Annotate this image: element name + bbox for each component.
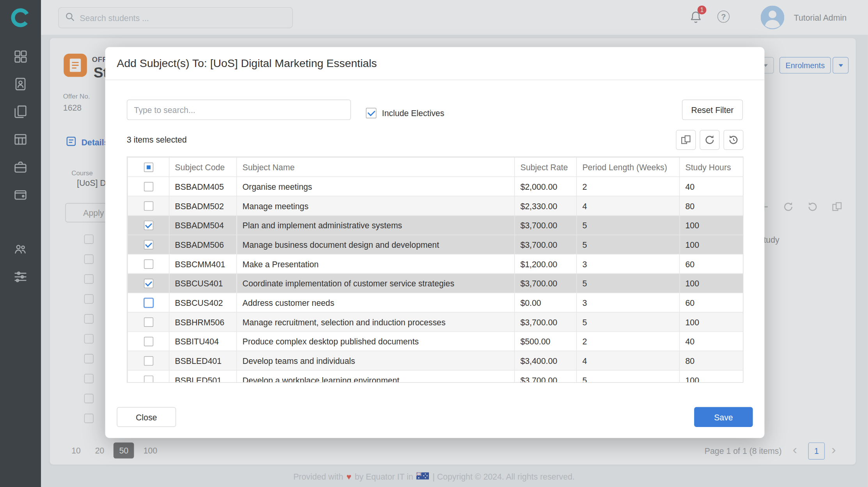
subject-name-cell: Manage meetings: [237, 196, 515, 215]
column-header-subject-code[interactable]: Subject Code: [169, 157, 237, 177]
period-length-cell: 4: [577, 196, 680, 215]
subject-name-cell: Organise meetings: [237, 177, 515, 196]
column-header-subject-rate[interactable]: Subject Rate: [515, 157, 577, 177]
subject-name-cell: Produce complex desktop published docume…: [237, 332, 515, 351]
add-subjects-modal: Add Subject(s) To: [UoS] Digital Marketi…: [105, 47, 765, 438]
subjects-table: Subject Code Subject Name Subject Rate P…: [127, 157, 743, 383]
subject-rate-cell: $500.00: [515, 332, 577, 351]
row-checkbox[interactable]: [143, 221, 153, 230]
subject-name-cell: Coordinate implementation of customer se…: [237, 273, 515, 293]
refresh-button[interactable]: [700, 130, 719, 150]
table-row[interactable]: BSBLED401Develop teams and individuals$3…: [128, 351, 743, 371]
row-checkbox[interactable]: [143, 240, 153, 249]
subject-name-cell: Plan and implement administrative system…: [237, 215, 515, 235]
subject-table-body: BSBADM405Organise meetings$2,000.00240BS…: [128, 177, 743, 383]
select-all-checkbox[interactable]: [143, 163, 153, 172]
table-row[interactable]: BSBCUS402Address customer needs$0.00360: [128, 293, 743, 312]
include-electives-toggle[interactable]: Include Electives: [366, 108, 444, 118]
table-row[interactable]: BSBLED501Develop a workplace learning en…: [128, 370, 743, 383]
subject-code-cell: BSBCUS402: [169, 293, 237, 312]
table-row[interactable]: BSBHRM506Manage recruitment, selection a…: [128, 312, 743, 332]
period-length-cell: 3: [577, 293, 680, 312]
row-checkbox[interactable]: [143, 259, 153, 269]
app-root: 1 ? Tutorial Admin OFF St Offer No. 1628…: [0, 0, 868, 487]
row-checkbox[interactable]: [143, 356, 153, 366]
subject-name-cell: Make a Presentation: [237, 254, 515, 273]
history-button[interactable]: [723, 130, 743, 150]
include-electives-label: Include Electives: [382, 108, 445, 118]
modal-header: Add Subject(s) To: [UoS] Digital Marketi…: [105, 47, 765, 80]
subject-name-cell: Develop a workplace learning environment: [237, 370, 515, 383]
subject-code-cell: BSBCMM401: [169, 254, 237, 273]
study-hours-cell: 100: [680, 235, 744, 254]
study-hours-cell: 40: [680, 332, 744, 351]
study-hours-cell: 100: [680, 312, 744, 332]
subject-rate-cell: $2,000.00: [515, 177, 577, 196]
subject-code-cell: BSBHRM506: [169, 312, 237, 332]
subject-rate-cell: $3,700.00: [515, 215, 577, 235]
row-checkbox[interactable]: [143, 318, 153, 327]
study-hours-cell: 80: [680, 196, 744, 215]
selection-summary: 3 items selected: [127, 135, 187, 144]
table-row[interactable]: BSBCUS401Coordinate implementation of cu…: [128, 273, 743, 293]
subject-search-input[interactable]: [134, 105, 344, 115]
row-checkbox[interactable]: [143, 279, 153, 288]
study-hours-cell: 60: [680, 293, 744, 312]
subject-rate-cell: $3,400.00: [515, 351, 577, 371]
subject-rate-cell: $3,700.00: [515, 312, 577, 332]
subject-code-cell: BSBADM502: [169, 196, 237, 215]
save-button[interactable]: Save: [694, 407, 753, 427]
period-length-cell: 5: [577, 235, 680, 254]
subject-code-cell: BSBLED501: [169, 370, 237, 383]
period-length-cell: 5: [577, 370, 680, 383]
row-checkbox[interactable]: [143, 201, 153, 211]
period-length-cell: 4: [577, 351, 680, 371]
reset-filter-button[interactable]: Reset Filter: [682, 100, 743, 120]
table-row[interactable]: BSBCMM401Make a Presentation$1,200.00360: [128, 254, 743, 273]
row-checkbox[interactable]: [143, 337, 153, 346]
study-hours-cell: 80: [680, 351, 744, 371]
row-checkbox[interactable]: [143, 376, 153, 383]
table-header-row: Subject Code Subject Name Subject Rate P…: [128, 157, 743, 177]
subject-name-cell: Address customer needs: [237, 293, 515, 312]
table-row[interactable]: BSBADM405Organise meetings$2,000.00240: [128, 177, 743, 196]
row-checkbox[interactable]: [143, 182, 153, 191]
close-button[interactable]: Close: [117, 407, 176, 427]
subject-rate-cell: $3,700.00: [515, 370, 577, 383]
column-header-subject-name[interactable]: Subject Name: [237, 157, 515, 177]
table-row[interactable]: BSBADM502Manage meetings$2,330.00480: [128, 196, 743, 215]
period-length-cell: 5: [577, 273, 680, 293]
subject-code-cell: BSBADM405: [169, 177, 237, 196]
subject-search[interactable]: [127, 100, 351, 120]
subject-code-cell: BSBLED401: [169, 351, 237, 371]
grid-toolbar: [676, 130, 743, 150]
subject-rate-cell: $0.00: [515, 293, 577, 312]
row-checkbox[interactable]: [143, 298, 153, 308]
period-length-cell: 5: [577, 215, 680, 235]
subject-code-cell: BSBITU404: [169, 332, 237, 351]
study-hours-cell: 100: [680, 273, 744, 293]
subject-rate-cell: $2,330.00: [515, 196, 577, 215]
period-length-cell: 3: [577, 254, 680, 273]
table-row[interactable]: BSBADM504Plan and implement administrati…: [128, 215, 743, 235]
subject-rate-cell: $1,200.00: [515, 254, 577, 273]
study-hours-cell: 100: [680, 215, 744, 235]
period-length-cell: 5: [577, 312, 680, 332]
column-header-study-hours[interactable]: Study Hours: [680, 157, 744, 177]
table-row[interactable]: BSBITU404Produce complex desktop publish…: [128, 332, 743, 351]
table-row[interactable]: BSBADM506Manage business document design…: [128, 235, 743, 254]
modal-title: Add Subject(s) To: [UoS] Digital Marketi…: [117, 57, 377, 70]
study-hours-cell: 40: [680, 177, 744, 196]
subject-rate-cell: $3,700.00: [515, 273, 577, 293]
include-electives-checkbox[interactable]: [366, 108, 376, 118]
study-hours-cell: 100: [680, 370, 744, 383]
period-length-cell: 2: [577, 177, 680, 196]
subject-name-cell: Manage recruitment, selection and induct…: [237, 312, 515, 332]
subject-code-cell: BSBADM506: [169, 235, 237, 254]
subject-rate-cell: $3,700.00: [515, 235, 577, 254]
column-header-period-length[interactable]: Period Length (Weeks): [577, 157, 680, 177]
subject-name-cell: Manage business document design and deve…: [237, 235, 515, 254]
study-hours-cell: 60: [680, 254, 744, 273]
period-length-cell: 2: [577, 332, 680, 351]
column-chooser-button[interactable]: [676, 130, 696, 150]
